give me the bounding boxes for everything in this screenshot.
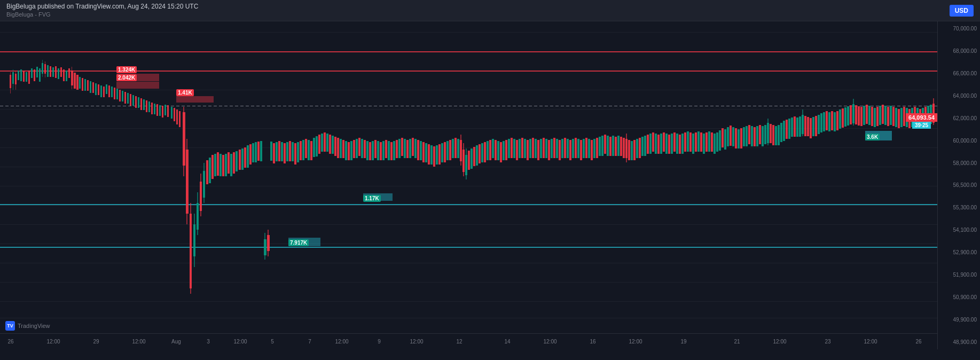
svg-rect-57 <box>146 100 147 112</box>
svg-rect-276 <box>705 132 708 152</box>
svg-rect-3 <box>13 69 13 90</box>
svg-rect-244 <box>623 138 625 158</box>
svg-rect-24 <box>60 67 62 77</box>
svg-rect-230 <box>585 138 587 158</box>
svg-rect-25 <box>63 69 65 81</box>
svg-rect-68 <box>176 109 178 124</box>
time-label-aug: Aug <box>171 339 181 345</box>
time-label-12a: 12:00 <box>46 339 60 345</box>
svg-rect-264 <box>673 132 676 152</box>
svg-rect-328 <box>839 109 841 129</box>
svg-rect-229 <box>583 139 585 158</box>
svg-rect-228 <box>580 140 582 160</box>
svg-rect-296 <box>759 125 761 144</box>
svg-rect-115 <box>286 142 288 161</box>
svg-rect-201 <box>508 139 510 158</box>
svg-rect-274 <box>700 132 702 152</box>
svg-rect-325 <box>831 111 833 130</box>
svg-rect-138 <box>348 142 350 160</box>
svg-rect-252 <box>641 137 644 156</box>
svg-rect-67 <box>174 108 175 121</box>
svg-rect-291 <box>746 126 748 146</box>
svg-rect-55 <box>140 98 142 110</box>
svg-rect-49 <box>124 92 126 104</box>
svg-rect-59 <box>151 103 153 114</box>
svg-rect-14 <box>39 68 41 82</box>
svg-rect-221 <box>561 139 563 158</box>
svg-rect-165 <box>420 141 422 160</box>
svg-rect-9 <box>26 72 27 82</box>
chart-area: 1.324K 2.042K 1.41K 7.917K 1.17K 3.6K <box>0 21 980 349</box>
svg-rect-183 <box>463 143 464 176</box>
time-label-5: 5 <box>271 339 274 345</box>
svg-rect-127 <box>318 135 320 154</box>
svg-rect-69 <box>179 111 181 127</box>
svg-rect-97 <box>241 148 244 170</box>
svg-rect-128 <box>321 134 323 152</box>
svg-rect-298 <box>764 125 766 144</box>
svg-rect-209 <box>529 139 531 158</box>
svg-rect-323 <box>826 111 828 130</box>
svg-rect-243 <box>620 137 622 156</box>
svg-rect-250 <box>636 139 638 158</box>
svg-rect-146 <box>369 142 371 160</box>
svg-rect-301 <box>770 124 772 143</box>
svg-rect-227 <box>577 139 579 158</box>
svg-rect-175 <box>446 141 449 160</box>
svg-rect-224 <box>569 140 571 160</box>
currency-button[interactable]: USD <box>950 5 974 17</box>
svg-rect-113 <box>281 142 283 161</box>
svg-rect-179 <box>457 139 459 158</box>
svg-rect-308 <box>788 119 790 139</box>
svg-rect-60 <box>154 104 155 114</box>
svg-rect-283 <box>724 129 726 150</box>
svg-rect-140 <box>353 140 355 158</box>
svg-rect-102 <box>255 142 257 162</box>
svg-rect-21 <box>52 67 54 77</box>
svg-rect-48 <box>122 91 123 101</box>
svg-rect-304 <box>778 125 780 145</box>
svg-rect-202 <box>511 138 513 158</box>
svg-rect-337 <box>860 107 863 126</box>
svg-rect-142 <box>358 138 360 156</box>
svg-rect-1 <box>10 72 11 93</box>
svg-rect-324 <box>828 112 830 131</box>
svg-rect-233 <box>593 139 595 158</box>
svg-rect-108 <box>268 230 269 256</box>
svg-rect-188 <box>473 147 475 166</box>
top-bar: BigBeluga published on TradingView.com, … <box>0 0 980 21</box>
svg-rect-30 <box>74 73 76 89</box>
svg-rect-101 <box>252 143 254 162</box>
svg-rect-208 <box>527 140 529 160</box>
svg-rect-119 <box>297 142 299 162</box>
svg-rect-37 <box>92 82 94 93</box>
svg-rect-50 <box>127 93 129 104</box>
svg-rect-312 <box>799 116 801 137</box>
svg-rect-343 <box>876 107 879 126</box>
svg-rect-26 <box>66 71 67 81</box>
svg-rect-192 <box>484 142 486 162</box>
svg-rect-275 <box>703 134 705 154</box>
svg-rect-61 <box>156 104 158 116</box>
svg-rect-351 <box>898 109 900 128</box>
svg-rect-109 <box>270 142 272 161</box>
time-label-12h: 12:00 <box>629 339 642 345</box>
price-label-529k: 52,900.00 <box>941 249 977 255</box>
time-label-26b: 26 <box>915 339 921 345</box>
svg-rect-174 <box>444 142 446 162</box>
svg-rect-185 <box>466 148 467 179</box>
svg-rect-295 <box>756 126 758 146</box>
svg-rect-47 <box>119 90 121 101</box>
svg-rect-136 <box>342 140 344 158</box>
price-label-499k: 49,900.00 <box>941 317 977 323</box>
svg-rect-31 <box>76 75 79 90</box>
svg-rect-352 <box>900 108 903 127</box>
svg-rect-155 <box>393 141 395 160</box>
svg-rect-285 <box>730 126 732 146</box>
svg-rect-207 <box>524 139 526 158</box>
svg-rect-265 <box>676 134 678 154</box>
svg-rect-187 <box>471 148 473 169</box>
svg-rect-44 <box>111 87 113 97</box>
svg-rect-54 <box>138 97 139 108</box>
price-label-58k: 58,000.00 <box>941 160 977 166</box>
